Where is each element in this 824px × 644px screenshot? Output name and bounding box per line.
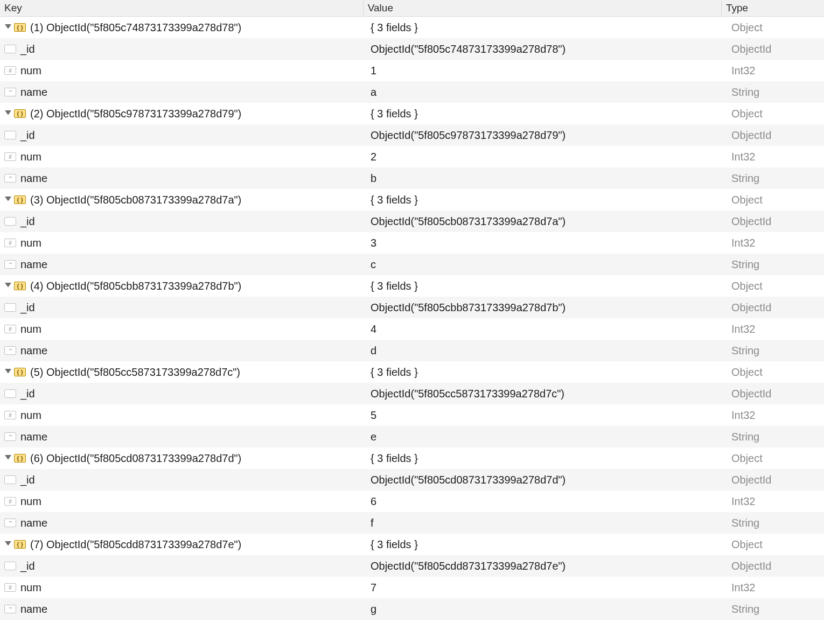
row-type: String bbox=[731, 258, 759, 271]
row-type: Int32 bbox=[731, 582, 755, 594]
row-type: ObjectId bbox=[731, 43, 771, 55]
chevron-down-icon[interactable] bbox=[4, 369, 12, 375]
row-value: 5 bbox=[371, 409, 376, 422]
row-type: String bbox=[731, 345, 759, 357]
row-value: g bbox=[371, 603, 376, 615]
column-headers: Key Value Type bbox=[0, 0, 824, 17]
table-row[interactable]: ""namegString bbox=[0, 598, 824, 620]
chevron-down-icon[interactable] bbox=[4, 197, 12, 203]
row-type: Object bbox=[731, 22, 763, 34]
row-key: num bbox=[20, 237, 41, 249]
table-row[interactable]: { }(6) ObjectId("5f805cd0873173399a278d7… bbox=[0, 447, 824, 469]
row-value: 7 bbox=[371, 582, 376, 594]
row-key: _id bbox=[20, 129, 35, 142]
string-icon: "" bbox=[4, 174, 16, 183]
table-row[interactable]: #num3Int32 bbox=[0, 232, 824, 254]
svg-marker-6 bbox=[5, 541, 11, 545]
table-row[interactable]: { }(1) ObjectId("5f805c74873173399a278d7… bbox=[0, 17, 824, 38]
column-header-type[interactable]: Type bbox=[722, 0, 824, 16]
table-row[interactable]: _idObjectId("5f805cdd873173399a278d7e")O… bbox=[0, 555, 824, 577]
table-row[interactable]: ""namefString bbox=[0, 512, 824, 534]
svg-marker-1 bbox=[5, 110, 11, 115]
table-row[interactable]: #num6Int32 bbox=[0, 491, 824, 512]
row-key: num bbox=[20, 323, 41, 335]
chevron-down-icon[interactable] bbox=[4, 110, 12, 117]
row-key: _id bbox=[20, 388, 35, 400]
table-row[interactable]: ""nameaString bbox=[0, 81, 824, 103]
table-row[interactable]: _idObjectId("5f805cc5873173399a278d7c")O… bbox=[0, 383, 824, 404]
string-icon: "" bbox=[4, 346, 16, 355]
table-row[interactable]: { }(4) ObjectId("5f805cbb873173399a278d7… bbox=[0, 275, 824, 297]
row-value: { 3 fields } bbox=[371, 366, 418, 379]
row-value: 3 bbox=[371, 237, 376, 249]
row-value: ObjectId("5f805cbb873173399a278d7b") bbox=[371, 302, 565, 314]
table-row[interactable]: ""namecString bbox=[0, 254, 824, 275]
table-row[interactable]: #num2Int32 bbox=[0, 146, 824, 167]
row-type: ObjectId bbox=[731, 474, 771, 486]
table-row[interactable]: #num5Int32 bbox=[0, 404, 824, 426]
table-row[interactable]: ""nameeString bbox=[0, 426, 824, 447]
row-key: (3) ObjectId("5f805cb0873173399a278d7a") bbox=[30, 194, 241, 206]
svg-marker-4 bbox=[5, 369, 11, 373]
table-row[interactable]: _idObjectId("5f805c74873173399a278d78")O… bbox=[0, 38, 824, 60]
string-icon: "" bbox=[4, 605, 16, 613]
row-key: _id bbox=[20, 43, 35, 55]
table-row[interactable]: ""namebString bbox=[0, 167, 824, 189]
chevron-down-icon[interactable] bbox=[4, 283, 12, 289]
row-type: ObjectId bbox=[731, 129, 771, 142]
row-type: Object bbox=[731, 108, 763, 120]
table-row[interactable]: _idObjectId("5f805cd0873173399a278d7d")O… bbox=[0, 469, 824, 491]
column-header-key[interactable]: Key bbox=[0, 0, 364, 16]
row-type: Object bbox=[731, 452, 763, 465]
table-row[interactable]: { }(7) ObjectId("5f805cdd873173399a278d7… bbox=[0, 534, 824, 555]
objectid-icon bbox=[4, 389, 16, 398]
chevron-down-icon[interactable] bbox=[4, 24, 12, 31]
table-row[interactable]: ""namedString bbox=[0, 340, 824, 361]
table-row[interactable]: #num1Int32 bbox=[0, 60, 824, 81]
svg-marker-5 bbox=[5, 455, 11, 459]
document-icon: { } bbox=[14, 368, 26, 376]
document-icon: { } bbox=[14, 540, 26, 549]
row-value: b bbox=[371, 172, 376, 185]
svg-marker-2 bbox=[5, 197, 11, 201]
document-icon: { } bbox=[14, 109, 26, 118]
table-row[interactable]: #num4Int32 bbox=[0, 318, 824, 340]
row-key: (1) ObjectId("5f805c74873173399a278d78") bbox=[30, 22, 241, 34]
row-type: Int32 bbox=[731, 65, 755, 77]
table-row[interactable]: { }(2) ObjectId("5f805c97873173399a278d7… bbox=[0, 103, 824, 124]
row-type: Int32 bbox=[731, 409, 755, 422]
table-row[interactable]: _idObjectId("5f805cbb873173399a278d7b")O… bbox=[0, 297, 824, 318]
table-row[interactable]: { }(5) ObjectId("5f805cc5873173399a278d7… bbox=[0, 361, 824, 383]
row-type: Int32 bbox=[731, 237, 755, 249]
row-type: String bbox=[731, 431, 759, 443]
row-value: e bbox=[371, 431, 376, 443]
int-icon: # bbox=[4, 497, 16, 506]
int-icon: # bbox=[4, 411, 16, 419]
row-value: a bbox=[371, 86, 376, 99]
int-icon: # bbox=[4, 325, 16, 333]
row-value: { 3 fields } bbox=[371, 538, 418, 551]
row-value: ObjectId("5f805cb0873173399a278d7a") bbox=[371, 215, 565, 228]
row-type: ObjectId bbox=[731, 560, 771, 572]
row-value: { 3 fields } bbox=[371, 108, 418, 120]
table-row[interactable]: #num7Int32 bbox=[0, 577, 824, 598]
document-tree: Key Value Type { }(1) ObjectId("5f805c74… bbox=[0, 0, 824, 620]
chevron-down-icon[interactable] bbox=[4, 541, 12, 548]
row-type: ObjectId bbox=[731, 215, 771, 228]
row-key: name bbox=[20, 172, 47, 185]
row-type: Object bbox=[731, 194, 763, 206]
row-type: Object bbox=[731, 280, 763, 292]
row-key: (5) ObjectId("5f805cc5873173399a278d7c") bbox=[30, 366, 240, 379]
table-row[interactable]: _idObjectId("5f805c97873173399a278d79")O… bbox=[0, 124, 824, 146]
row-type: String bbox=[731, 603, 759, 615]
table-row[interactable]: _idObjectId("5f805cb0873173399a278d7a")O… bbox=[0, 211, 824, 232]
int-icon: # bbox=[4, 66, 16, 75]
table-row[interactable]: { }(3) ObjectId("5f805cb0873173399a278d7… bbox=[0, 189, 824, 211]
column-header-value[interactable]: Value bbox=[364, 0, 722, 16]
row-value: f bbox=[371, 517, 374, 529]
row-value: ObjectId("5f805c74873173399a278d78") bbox=[371, 43, 565, 55]
row-value: ObjectId("5f805cdd873173399a278d7e") bbox=[371, 560, 565, 572]
row-key: (2) ObjectId("5f805c97873173399a278d79") bbox=[30, 108, 241, 120]
chevron-down-icon[interactable] bbox=[4, 455, 12, 461]
row-key: name bbox=[20, 86, 47, 99]
